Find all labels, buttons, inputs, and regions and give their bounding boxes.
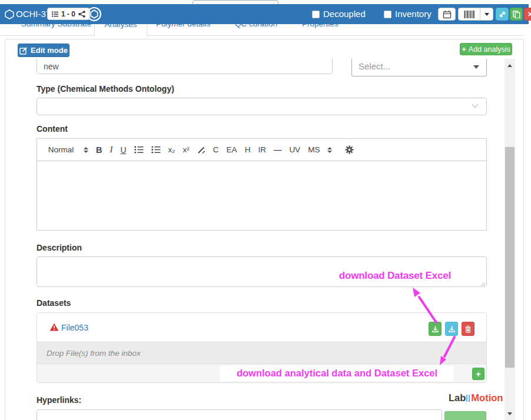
style-picker-carets-icon[interactable] — [84, 147, 88, 153]
style-picker[interactable]: Normal — [47, 145, 75, 154]
edit-pencil-icon — [19, 46, 28, 55]
caret-down-icon — [473, 65, 479, 69]
barcode-icon — [464, 11, 475, 18]
macro-picker-carets-icon[interactable] — [327, 147, 332, 153]
kind-select-placeholder: Select... — [359, 61, 390, 71]
logo-motion-text: Motion — [471, 392, 503, 404]
scroll-up-button[interactable] — [505, 60, 515, 71]
triangle-up-icon — [507, 64, 512, 67]
decoupled-label: Decoupled — [323, 4, 366, 24]
expand-arrows-icon — [499, 11, 506, 18]
macro-ea-button[interactable]: EA — [227, 145, 237, 154]
editor-toolbar: Normal B I U x₂ x² C EA H IR — UV MS — [37, 139, 486, 161]
italic-button[interactable]: I — [109, 145, 112, 155]
copy-button[interactable] — [510, 8, 523, 21]
inventory-checkbox[interactable] — [384, 11, 391, 18]
dataset-row[interactable]: File053 — [37, 313, 486, 342]
datasets-label: Datasets — [36, 298, 71, 308]
tabs-bottom-border — [0, 35, 524, 36]
close-button[interactable]: × — [524, 8, 531, 21]
macro-h-button[interactable]: H — [245, 145, 251, 154]
content-label: Content — [36, 124, 68, 134]
barcode-button[interactable] — [458, 8, 480, 21]
annotation-dataset-excel: download Dataset Excel — [337, 270, 451, 282]
type-label: Type (Chemical Methods Ontology) — [36, 84, 174, 94]
labimotion-logo: Lab Motion — [449, 392, 503, 404]
top-strip — [0, 0, 531, 4]
vertical-scrollbar[interactable] — [505, 59, 515, 420]
ordered-list-icon[interactable] — [134, 146, 144, 154]
logo-bars-icon — [466, 395, 470, 402]
bullet-list-icon[interactable] — [151, 146, 161, 154]
calendar-button[interactable] — [438, 8, 456, 21]
inbox-drop-zone[interactable]: Drop File(s) from the inbox — [37, 342, 486, 364]
resize-handle-icon[interactable] — [480, 281, 486, 286]
share-icon — [78, 11, 85, 18]
hyperlink-input[interactable] — [36, 409, 442, 420]
add-analysis-button[interactable]: + Add analysis — [460, 43, 512, 55]
type-ontology-select[interactable] — [36, 98, 487, 115]
scroll-down-button[interactable] — [505, 408, 515, 419]
triangle-down-icon — [507, 412, 512, 415]
kind-select[interactable]: Select... — [351, 59, 487, 76]
chevron-down-icon — [472, 104, 479, 109]
plus-icon: + — [462, 45, 466, 54]
subscript-button[interactable]: x₂ — [168, 145, 175, 154]
add-hyperlink-button[interactable] — [444, 411, 486, 420]
list-counter-button[interactable]: 1 - 0 — [47, 8, 90, 20]
navbar: OCHI-373 1 - 0 Decoupled Inventory — [0, 4, 529, 24]
underline-button[interactable]: U — [120, 145, 126, 155]
calendar-icon — [443, 10, 452, 19]
annotation-analytical-data: download analytical data and Dataset Exc… — [220, 365, 454, 381]
gear-icon[interactable] — [345, 145, 354, 154]
bold-button[interactable]: B — [96, 145, 102, 155]
decoupled-checkbox[interactable] — [312, 11, 320, 18]
add-analysis-label: Add analysis — [469, 45, 510, 54]
macro-ms-button[interactable]: MS — [308, 145, 320, 154]
barcode-dropdown-button[interactable] — [480, 8, 493, 21]
download-icon — [448, 325, 456, 333]
analysis-name-input[interactable] — [36, 59, 333, 74]
counter-label: 1 - 0 — [61, 10, 75, 18]
trash-icon — [464, 325, 472, 333]
clean-format-icon[interactable] — [197, 146, 205, 154]
warning-icon — [49, 323, 59, 331]
list-icon — [52, 11, 58, 17]
close-icon: × — [528, 8, 531, 20]
edit-mode-button[interactable]: Edit mode — [18, 44, 69, 57]
download-icon — [432, 325, 439, 333]
macro-uv-button[interactable]: UV — [289, 145, 300, 154]
molecule-hexagon-icon — [5, 9, 14, 19]
editor-body[interactable] — [37, 161, 486, 231]
content-editor[interactable]: Normal B I U x₂ x² C EA H IR — UV MS — [36, 138, 487, 231]
dataset-file-link[interactable]: File053 — [61, 323, 88, 332]
macro-dash-button[interactable]: — — [274, 145, 282, 154]
app-window: OCHI-373 1 - 0 Decoupled Inventory — [0, 0, 531, 420]
description-label: Description — [36, 243, 82, 252]
superscript-button[interactable]: x² — [183, 145, 190, 154]
delete-dataset-button[interactable] — [462, 322, 474, 336]
download-dataset-button[interactable] — [429, 322, 442, 336]
logo-lab-text: Lab — [449, 392, 466, 404]
edit-mode-label: Edit mode — [31, 46, 68, 55]
scrollbar-thumb[interactable] — [505, 147, 515, 368]
macro-c-button[interactable]: C — [213, 145, 219, 154]
drop-hint-label: Drop File(s) from the inbox — [47, 349, 141, 358]
add-dataset-button[interactable]: + — [472, 368, 484, 380]
expand-button[interactable] — [496, 8, 509, 21]
chemotion-ring-logo[interactable] — [87, 6, 102, 22]
copy-icon — [513, 11, 520, 18]
hyperlinks-label: Hyperlinks: — [36, 395, 81, 405]
inventory-label: Inventory — [395, 4, 432, 24]
download-zip-button[interactable] — [445, 322, 458, 336]
macro-ir-button[interactable]: IR — [258, 145, 266, 154]
chevron-down-icon — [484, 13, 489, 16]
